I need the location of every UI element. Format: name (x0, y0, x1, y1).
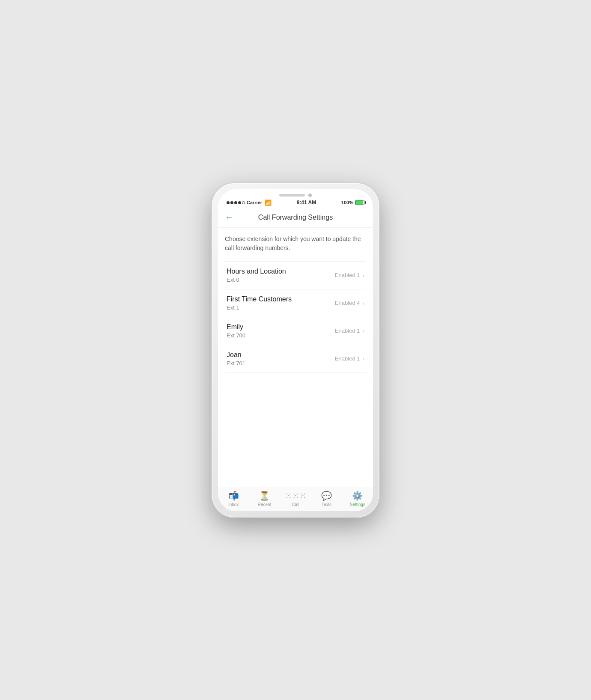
ext-status-area-0: Enabled 1 › (335, 272, 364, 279)
phone-top-hardware (218, 189, 373, 199)
camera (308, 194, 312, 197)
battery-icon (355, 200, 364, 205)
tab-recent[interactable]: ⏳ Recent (249, 490, 280, 508)
ext-status-area-2: Enabled 1 › (335, 328, 364, 334)
signal-dots (227, 201, 245, 204)
ext-number-1: Ext 1 (227, 304, 335, 311)
tab-bar: 📬 Inbox ⏳ Recent ⁙⁙⁙ Call 💬 Texts ⚙️ (218, 487, 373, 511)
speaker (279, 194, 305, 197)
ext-item-2[interactable]: Emily Ext 700 Enabled 1 › (225, 317, 366, 345)
battery-percentage: 100% (341, 200, 353, 205)
battery-fill (355, 200, 363, 205)
ext-number-0: Ext 0 (227, 277, 335, 283)
signal-dot-2 (230, 201, 233, 204)
ext-number-2: Ext 700 (227, 332, 335, 339)
tab-inbox[interactable]: 📬 Inbox (218, 490, 249, 508)
tab-texts-label: Texts (322, 502, 331, 507)
wifi-icon: 📶 (265, 200, 272, 206)
tab-call[interactable]: ⁙⁙⁙ Call (280, 490, 311, 508)
app-header: ← Call Forwarding Settings (218, 208, 373, 228)
chevron-icon-3: › (362, 355, 364, 362)
ext-info-3: Joan Ext 701 (227, 351, 335, 366)
signal-dot-3 (234, 201, 237, 204)
tab-texts[interactable]: 💬 Texts (311, 490, 342, 508)
ext-info-0: Hours and Location Ext 0 (227, 268, 335, 283)
ext-name-2: Emily (227, 323, 335, 331)
signal-dot-5 (242, 201, 245, 204)
ext-status-area-1: Enabled 4 › (335, 300, 364, 307)
call-icon: ⁙⁙⁙ (285, 491, 307, 501)
phone-screen: Carrier 📶 9:41 AM 100% ← Call Forwarding… (218, 189, 373, 511)
ext-status-3: Enabled 1 (335, 355, 360, 362)
status-time: 9:41 AM (297, 200, 316, 206)
ext-status-2: Enabled 1 (335, 328, 360, 334)
ext-status-1: Enabled 4 (335, 300, 360, 306)
ext-info-1: First Time Customers Ext 1 (227, 295, 335, 311)
recent-icon: ⏳ (259, 491, 270, 501)
back-button[interactable]: ← (225, 213, 234, 222)
extension-list: Hours and Location Ext 0 Enabled 1 › Fir… (225, 261, 366, 373)
signal-dot-1 (227, 201, 230, 204)
ext-status-0: Enabled 1 (335, 272, 360, 278)
ext-number-3: Ext 701 (227, 360, 335, 366)
carrier-label: Carrier (247, 200, 262, 205)
ext-name-1: First Time Customers (227, 295, 335, 303)
signal-dot-4 (238, 201, 241, 204)
status-right: 100% (341, 200, 364, 205)
ext-item-3[interactable]: Joan Ext 701 Enabled 1 › (225, 345, 366, 373)
app-content: ← Call Forwarding Settings Choose extens… (218, 208, 373, 511)
ext-info-2: Emily Ext 700 (227, 323, 335, 339)
tab-settings-label: Settings (350, 502, 365, 507)
tab-recent-label: Recent (258, 502, 272, 507)
ext-item-1[interactable]: First Time Customers Ext 1 Enabled 4 › (225, 289, 366, 317)
chevron-icon-1: › (362, 300, 364, 307)
tab-settings[interactable]: ⚙️ Settings (342, 490, 373, 508)
inbox-icon: 📬 (228, 491, 239, 501)
page-title: Call Forwarding Settings (238, 214, 353, 221)
description-text: Choose extension for which you want to u… (225, 235, 366, 253)
ext-status-area-3: Enabled 1 › (335, 355, 364, 362)
status-left: Carrier 📶 (227, 200, 272, 206)
status-bar: Carrier 📶 9:41 AM 100% (218, 199, 373, 208)
ext-item-0[interactable]: Hours and Location Ext 0 Enabled 1 › (225, 261, 366, 289)
main-content: Choose extension for which you want to u… (218, 228, 373, 487)
settings-icon: ⚙️ (352, 491, 363, 501)
ext-name-0: Hours and Location (227, 268, 335, 275)
phone-frame: Carrier 📶 9:41 AM 100% ← Call Forwarding… (212, 183, 379, 517)
chevron-icon-0: › (362, 272, 364, 279)
ext-name-3: Joan (227, 351, 335, 359)
tab-call-label: Call (292, 502, 299, 507)
chevron-icon-2: › (362, 328, 364, 334)
texts-icon: 💬 (321, 491, 332, 501)
tab-inbox-label: Inbox (228, 502, 239, 507)
